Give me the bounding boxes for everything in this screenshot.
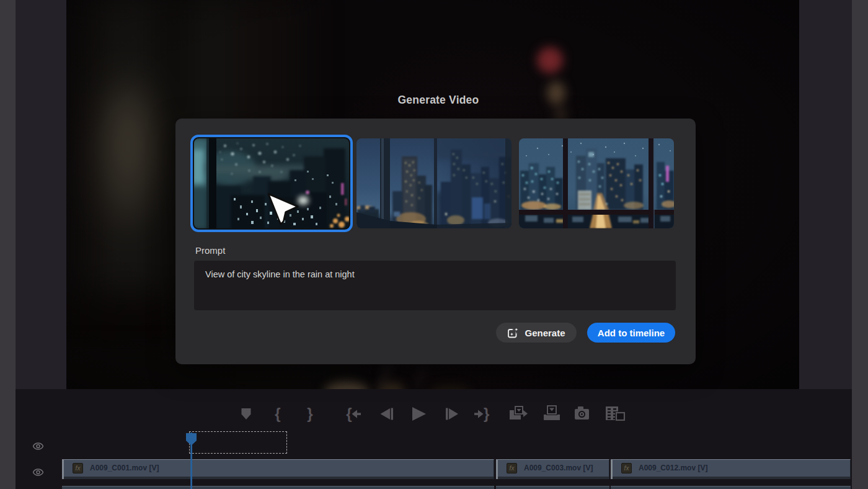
- svg-text:{: {: [346, 405, 352, 422]
- svg-text:{: {: [275, 405, 280, 422]
- svg-text:}: }: [484, 405, 489, 422]
- svg-text:}: }: [307, 405, 312, 422]
